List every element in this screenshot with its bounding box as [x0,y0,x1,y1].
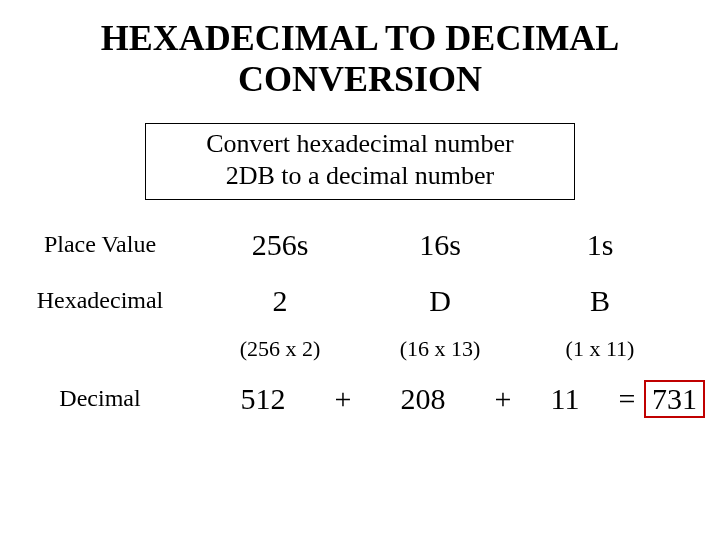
page-title: HEXADECIMAL TO DECIMAL CONVERSION [0,0,720,101]
hex-digit-2: B [520,284,680,318]
calc-1: (16 x 13) [360,336,520,362]
subtitle-line-2: 2DB to a decimal number [154,160,566,193]
dec-part-2: 11 [520,382,610,416]
title-line-1: HEXADECIMAL TO DECIMAL [0,18,720,59]
conversion-grid: Place Value 256s 16s 1s Hexadecimal 2 D … [0,228,720,418]
place-value-label: Place Value [0,231,200,258]
place-value-row: Place Value 256s 16s 1s [0,228,720,262]
title-line-2: CONVERSION [0,59,720,100]
hex-digit-1: D [360,284,520,318]
subtitle-line-1: Convert hexadecimal number [154,128,566,161]
calc-2: (1 x 11) [520,336,680,362]
plus-1: + [326,382,360,416]
place-value-1: 16s [360,228,520,262]
result-value: 731 [644,380,705,418]
decimal-result-row: Decimal 512 + 208 + 11 = 731 [0,380,720,418]
place-value-0: 256s [200,228,360,262]
problem-statement-box: Convert hexadecimal number 2DB to a deci… [145,123,575,200]
calc-0: (256 x 2) [200,336,360,362]
equals-sign: = [610,382,644,416]
result-box: 731 [644,380,705,418]
hexadecimal-label: Hexadecimal [0,287,200,314]
hexadecimal-row: Hexadecimal 2 D B [0,284,720,318]
dec-part-0: 512 [200,382,326,416]
calculation-row: (256 x 2) (16 x 13) (1 x 11) [0,336,720,362]
plus-2: + [486,382,520,416]
hex-digit-0: 2 [200,284,360,318]
place-value-2: 1s [520,228,680,262]
dec-part-1: 208 [360,382,486,416]
decimal-label: Decimal [0,385,200,412]
